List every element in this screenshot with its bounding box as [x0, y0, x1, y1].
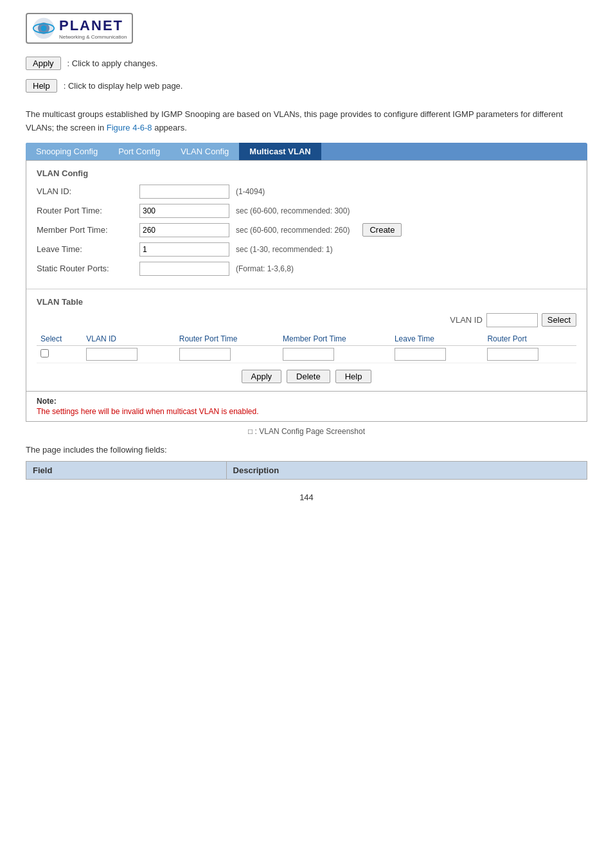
logo-box: PLANET Networking & Communication: [26, 13, 133, 44]
logo-sub: Networking & Communication: [59, 34, 127, 40]
form-input-3[interactable]: [139, 242, 229, 257]
main-panel: VLAN Config VLAN ID:(1-4094)Router Port …: [26, 160, 587, 422]
apply-row: Apply : Click to apply changes.: [26, 57, 587, 70]
col-member-port-time: Member Port Time: [279, 332, 391, 346]
col-vlan-id: VLAN ID: [82, 332, 175, 346]
vlan-id-label: VLAN ID: [450, 315, 483, 325]
table-cell-input-3[interactable]: [283, 348, 334, 361]
note-title: Note:: [37, 397, 57, 406]
col-select: Select: [37, 332, 82, 346]
form-row-1: Router Port Time:sec (60-600, recommende…: [37, 204, 576, 218]
table-cell-input-2[interactable]: [179, 348, 231, 361]
table-help-button[interactable]: Help: [335, 370, 372, 383]
col-leave-time: Leave Time: [391, 332, 484, 346]
form-hint-2: sec (60-600, recommended: 260): [236, 226, 350, 235]
vlan-id-row: VLAN ID Select: [37, 313, 576, 327]
form-row-2: Member Port Time:sec (60-600, recommende…: [37, 223, 576, 237]
table-cell-input-1[interactable]: [86, 348, 138, 361]
help-button[interactable]: Help: [26, 79, 57, 93]
logo-area: PLANET Networking & Communication: [26, 13, 587, 44]
tab-snooping-config[interactable]: Snooping Config: [26, 143, 108, 160]
form-hint-3: sec (1-30, recommended: 1): [236, 245, 333, 254]
caption-text: □ : VLAN Config Page Screenshot: [26, 427, 587, 436]
tab-vlan-config[interactable]: VLAN Config: [170, 143, 239, 160]
apply-desc: : Click to apply changes.: [67, 59, 158, 68]
col-router-port: Router Port: [483, 332, 576, 346]
button-section: Apply : Click to apply changes. Help : C…: [26, 57, 587, 93]
form-label-2: Member Port Time:: [37, 225, 139, 235]
vlan-table: SelectVLAN IDRouter Port TimeMember Port…: [37, 332, 576, 363]
vlan-table-title: VLAN Table: [37, 297, 576, 307]
caption-icon: □: [248, 427, 253, 436]
logo-text: PLANET: [59, 17, 123, 33]
vlan-table-section: VLAN Table VLAN ID Select SelectVLAN IDR…: [26, 289, 587, 391]
apply-button[interactable]: Apply: [26, 57, 61, 70]
vlan-config-section: VLAN Config VLAN ID:(1-4094)Router Port …: [26, 161, 587, 289]
create-button[interactable]: Create: [362, 223, 402, 237]
form-row-3: Leave Time:sec (1-30, recommended: 1): [37, 242, 576, 257]
help-desc: : Click to display help web page.: [64, 81, 183, 91]
form-input-2[interactable]: [139, 223, 229, 237]
row-select-checkbox[interactable]: [40, 349, 49, 357]
tab-bar: Snooping ConfigPort ConfigVLAN ConfigMul…: [26, 143, 587, 160]
form-hint-1: sec (60-600, recommended: 300): [236, 206, 350, 215]
help-row: Help : Click to display help web page.: [26, 79, 587, 93]
form-input-0[interactable]: [139, 185, 229, 199]
table-cell-input-5[interactable]: [487, 348, 538, 361]
svg-point-3: [41, 26, 47, 32]
col-router-port-time: Router Port Time: [175, 332, 279, 346]
note-text: The settings here will be invalid when m…: [37, 407, 576, 416]
form-hint-0: (1-4094): [236, 187, 265, 196]
tab-multicast-vlan[interactable]: Multicast VLAN: [239, 143, 321, 160]
vlan-select-button[interactable]: Select: [542, 313, 576, 327]
fields-intro: The page includes the following fields:: [26, 445, 587, 455]
planet-logo-icon: [32, 17, 55, 40]
vlan-id-filter-input[interactable]: [486, 313, 538, 327]
figure-link[interactable]: Figure 4-6-8: [107, 123, 152, 132]
tab-port-config[interactable]: Port Config: [108, 143, 170, 160]
form-input-1[interactable]: [139, 204, 229, 218]
form-input-4[interactable]: [139, 262, 229, 276]
col-header-desc: Description: [226, 461, 587, 479]
table-row: [37, 345, 576, 363]
vlan-config-title: VLAN Config: [37, 168, 576, 178]
table-delete-button[interactable]: Delete: [287, 370, 330, 383]
form-label-1: Router Port Time:: [37, 206, 139, 215]
fields-table: Field Description: [26, 461, 587, 480]
caption-label: : VLAN Config Page Screenshot: [255, 427, 365, 436]
form-label-4: Static Router Ports:: [37, 264, 139, 273]
col-header-field: Field: [26, 461, 227, 479]
table-apply-button[interactable]: Apply: [242, 370, 282, 383]
form-hint-4: (Format: 1-3,6,8): [236, 264, 294, 273]
table-buttons: Apply Delete Help: [37, 370, 576, 383]
form-label-3: Leave Time:: [37, 244, 139, 254]
form-label-0: VLAN ID:: [37, 186, 139, 196]
table-cell-input-4[interactable]: [395, 348, 446, 361]
form-row-0: VLAN ID:(1-4094): [37, 185, 576, 199]
note-section: Note: The settings here will be invalid …: [26, 391, 587, 421]
intro-text-after: appears.: [152, 123, 187, 132]
page-number: 144: [26, 493, 587, 502]
intro-text: The multicast groups established by IGMP…: [26, 108, 587, 135]
form-row-4: Static Router Ports:(Format: 1-3,6,8): [37, 262, 576, 276]
